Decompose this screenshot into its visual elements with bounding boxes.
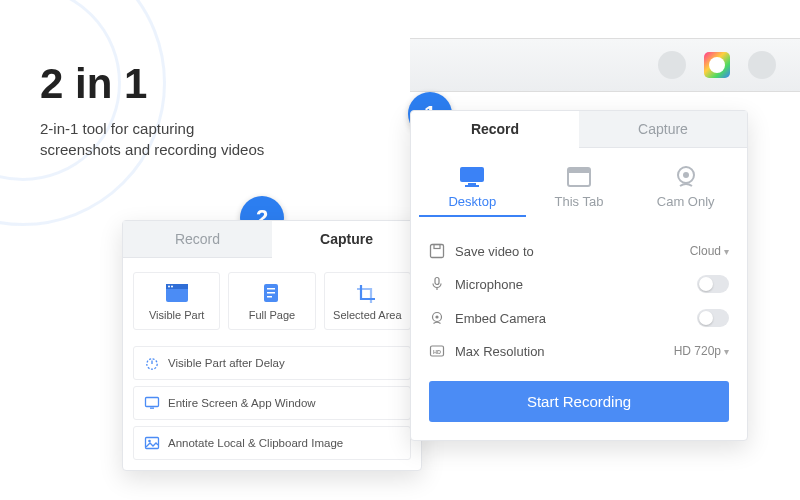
setting-microphone: Microphone	[429, 267, 729, 301]
setting-embed-camera-label: Embed Camera	[455, 311, 697, 326]
embed-camera-toggle[interactable]	[697, 309, 729, 327]
scroll-icon	[260, 283, 284, 303]
tab-record[interactable]: Record	[411, 111, 579, 148]
option-annotate[interactable]: Annotate Local & Clipboard Image	[133, 426, 411, 460]
svg-rect-2	[465, 185, 479, 187]
window-icon	[165, 283, 189, 303]
svg-point-18	[171, 286, 173, 288]
setting-microphone-label: Microphone	[455, 277, 697, 292]
microphone-icon	[429, 276, 445, 292]
option-visible-delay[interactable]: Visible Part after Delay	[133, 346, 411, 380]
mode-selected-area[interactable]: Selected Area	[324, 272, 411, 330]
extension-icon[interactable]	[704, 52, 730, 78]
tab-icon	[565, 166, 593, 188]
setting-save-to-label: Save video to	[455, 244, 690, 259]
chevron-down-icon: ▾	[724, 346, 729, 357]
headline-title: 2 in 1	[40, 60, 264, 108]
svg-point-28	[148, 440, 151, 443]
capture-panel-tabs: Record Capture	[123, 221, 421, 258]
record-sources: Desktop This Tab Cam Only	[411, 148, 747, 225]
toolbar-button-placeholder	[658, 51, 686, 79]
svg-rect-4	[568, 168, 590, 173]
mode-visible-part-label: Visible Part	[136, 309, 217, 321]
svg-rect-26	[150, 408, 154, 409]
svg-point-6	[683, 172, 689, 178]
source-this-tab-label: This Tab	[526, 194, 633, 209]
source-this-tab[interactable]: This Tab	[526, 166, 633, 217]
option-annotate-label: Annotate Local & Clipboard Image	[168, 437, 343, 449]
svg-rect-7	[431, 245, 444, 258]
record-panel: Record Capture Desktop This Tab Cam Only	[410, 110, 748, 441]
svg-point-17	[168, 286, 170, 288]
save-icon	[429, 243, 445, 259]
option-visible-delay-label: Visible Part after Delay	[168, 357, 285, 369]
monitor-icon	[458, 166, 486, 188]
setting-save-to[interactable]: Save video to Cloud ▾	[429, 235, 729, 267]
mode-selected-area-label: Selected Area	[327, 309, 408, 321]
svg-text:HD: HD	[433, 349, 441, 355]
browser-toolbar	[410, 38, 800, 92]
mode-full-page[interactable]: Full Page	[228, 272, 315, 330]
crop-icon	[355, 283, 379, 303]
setting-embed-camera: Embed Camera	[429, 301, 729, 335]
tab-capture[interactable]: Capture	[272, 221, 421, 258]
chevron-down-icon: ▾	[724, 246, 729, 257]
svg-rect-20	[267, 288, 275, 290]
setting-resolution-label: Max Resolution	[455, 344, 674, 359]
svg-rect-21	[267, 292, 275, 294]
camera-icon	[429, 310, 445, 326]
setting-save-to-value: Cloud	[690, 244, 721, 258]
setting-resolution-value: HD 720p	[674, 344, 721, 358]
tab-record[interactable]: Record	[123, 221, 272, 258]
mode-visible-part[interactable]: Visible Part	[133, 272, 220, 330]
hd-icon: HD	[429, 343, 445, 359]
webcam-icon	[672, 166, 700, 188]
source-cam-only[interactable]: Cam Only	[632, 166, 739, 217]
record-settings: Save video to Cloud ▾ Microphone Embed C…	[411, 225, 747, 367]
svg-rect-1	[468, 183, 476, 185]
headline-block: 2 in 1 2-in-1 tool for capturing screens…	[40, 60, 264, 160]
source-desktop-label: Desktop	[419, 194, 526, 209]
capture-modes: Visible Part Full Page Selected Area	[123, 258, 421, 338]
svg-rect-22	[267, 296, 272, 298]
option-entire-screen[interactable]: Entire Screen & App Window	[133, 386, 411, 420]
svg-rect-0	[460, 167, 484, 182]
svg-point-12	[435, 315, 438, 318]
timer-icon	[144, 355, 160, 371]
option-entire-screen-label: Entire Screen & App Window	[168, 397, 316, 409]
setting-resolution[interactable]: HD Max Resolution HD 720p ▾	[429, 335, 729, 367]
capture-panel: Record Capture Visible Part Full Page Se…	[122, 220, 422, 471]
source-cam-only-label: Cam Only	[632, 194, 739, 209]
headline-subtitle: 2-in-1 tool for capturing screenshots an…	[40, 118, 264, 160]
screen-icon	[144, 395, 160, 411]
start-recording-button[interactable]: Start Recording	[429, 381, 729, 422]
mode-full-page-label: Full Page	[231, 309, 312, 321]
capture-options: Visible Part after Delay Entire Screen &…	[123, 338, 421, 470]
tab-capture[interactable]: Capture	[579, 111, 747, 148]
microphone-toggle[interactable]	[697, 275, 729, 293]
record-panel-tabs: Record Capture	[411, 111, 747, 148]
source-desktop[interactable]: Desktop	[419, 166, 526, 217]
avatar-placeholder	[748, 51, 776, 79]
svg-rect-25	[146, 398, 159, 407]
image-icon	[144, 435, 160, 451]
svg-rect-9	[435, 278, 439, 285]
